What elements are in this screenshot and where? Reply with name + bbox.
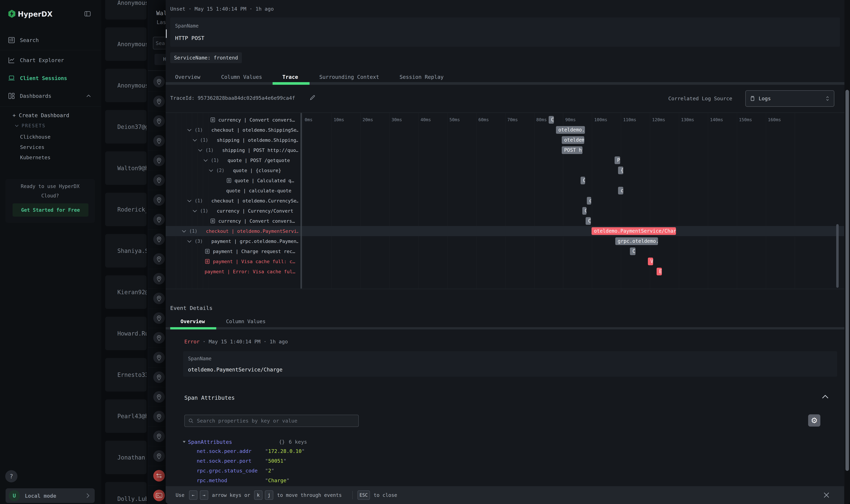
session-list-item[interactable]: Ernesto33@ bbox=[105, 358, 146, 392]
session-event-row[interactable] bbox=[148, 230, 166, 249]
chevron-down-icon[interactable] bbox=[209, 169, 214, 172]
location-event-marker[interactable] bbox=[153, 312, 165, 324]
location-event-marker[interactable] bbox=[153, 372, 165, 383]
location-event-marker[interactable] bbox=[153, 234, 165, 245]
session-event-row[interactable] bbox=[148, 466, 166, 486]
event-details-tab-column-values[interactable]: Column Values bbox=[226, 319, 266, 324]
tab-trace[interactable]: Trace bbox=[282, 74, 298, 80]
session-event-row[interactable] bbox=[148, 348, 166, 367]
trace-span-row[interactable]: (1)checkout | oteldemo.CurrencySe…otelde… bbox=[166, 196, 844, 206]
session-event-row[interactable] bbox=[148, 486, 166, 504]
waterfall-scrollbar[interactable] bbox=[836, 224, 839, 288]
trace-span-row[interactable]: (1)currency | Currency/ConvertCurrency/C… bbox=[166, 206, 844, 216]
session-event-row[interactable] bbox=[148, 407, 166, 427]
tab-session-replay[interactable]: Session Replay bbox=[400, 74, 444, 80]
location-event-marker[interactable] bbox=[153, 352, 165, 363]
get-started-button[interactable]: Get Started for Free bbox=[13, 203, 88, 217]
session-list-item[interactable]: Roderick_S bbox=[105, 193, 146, 226]
span-duration-bar[interactable]: calculate-quote bbox=[618, 187, 623, 195]
attribute-row[interactable]: net.sock.peer.addr"172.28.0.10" bbox=[197, 448, 252, 456]
trace-span-row[interactable]: (1)shipping | oteldemo.Shipping…oteldemo… bbox=[166, 135, 844, 145]
trace-span-row[interactable]: (1)shipping | POST http://quo…POST http:… bbox=[166, 145, 844, 155]
sidebar-item-dashboards[interactable]: Dashboards bbox=[0, 88, 101, 104]
scrollbar-thumb[interactable] bbox=[846, 90, 849, 471]
attribute-row[interactable]: rpc.method"Charge" bbox=[197, 478, 227, 485]
chevron-down-icon[interactable] bbox=[187, 240, 192, 243]
trace-span-row[interactable]: currency | Convert convers…Convert conve… bbox=[166, 115, 844, 125]
chevron-down-icon[interactable] bbox=[192, 139, 197, 142]
session-list-item[interactable]: Anonymous bbox=[105, 28, 146, 61]
hyperdx-logo-icon[interactable] bbox=[8, 10, 16, 18]
tab-surrounding-context[interactable]: Surrounding Context bbox=[319, 74, 379, 80]
session-event-row[interactable] bbox=[148, 308, 166, 328]
attribute-key[interactable]: rpc.grpc.status_code bbox=[197, 468, 258, 474]
location-event-marker[interactable] bbox=[153, 253, 165, 265]
session-event-row[interactable] bbox=[148, 427, 166, 446]
chevron-down-icon[interactable] bbox=[198, 149, 203, 152]
span-duration-bar[interactable]: oteldemo.CurrencyService/Convert bbox=[587, 197, 591, 204]
session-list-item[interactable]: Howard.Run bbox=[105, 317, 146, 350]
session-event-row[interactable] bbox=[148, 269, 166, 289]
location-event-marker[interactable] bbox=[153, 155, 165, 166]
session-event-row[interactable] bbox=[148, 387, 166, 407]
trace-span-row[interactable]: payment | Error: Visa cache ful…Error: V… bbox=[166, 267, 844, 276]
span-duration-bar[interactable]: grpc.oteldemo.PaymentService/Charge bbox=[615, 237, 658, 245]
attribute-key[interactable]: net.sock.peer.port bbox=[197, 458, 252, 464]
location-event-marker[interactable] bbox=[153, 293, 165, 304]
session-list-item[interactable]: Dolly.Lubo bbox=[105, 482, 146, 504]
network-event-marker[interactable] bbox=[153, 470, 165, 482]
chevron-down-icon[interactable] bbox=[192, 210, 197, 213]
close-icon[interactable] bbox=[822, 491, 830, 499]
trace-span-row[interactable]: (1)checkout | oteldemo.ShippingSe…otelde… bbox=[166, 125, 844, 135]
sidebar-item-chart-explorer[interactable]: Chart Explorer bbox=[0, 53, 101, 68]
trace-span-row[interactable]: (2)quote | {closure}{closure} bbox=[166, 165, 844, 176]
trace-span-row[interactable]: (3)payment | grpc.oteldemo.Paymen…grpc.o… bbox=[166, 236, 844, 246]
session-event-row[interactable] bbox=[148, 72, 166, 92]
attribute-value[interactable]: "50051" bbox=[265, 458, 286, 464]
session-event-row[interactable] bbox=[148, 92, 166, 111]
location-event-marker[interactable] bbox=[153, 391, 165, 403]
presets-toggle[interactable]: PRESETS bbox=[15, 123, 46, 128]
session-event-row[interactable] bbox=[148, 151, 166, 170]
local-mode-menu[interactable]: U Local mode bbox=[5, 488, 95, 503]
span-duration-bar[interactable]: Convert conversion request bbox=[585, 217, 591, 225]
session-list-item[interactable]: Kieran92@h bbox=[105, 275, 146, 309]
attribute-key[interactable]: net.sock.peer.addr bbox=[197, 448, 252, 454]
span-duration-bar[interactable]: oteldemo.PaymentService/Charge bbox=[592, 227, 676, 235]
console-event-marker[interactable] bbox=[153, 490, 165, 501]
tree-chart-splitter[interactable] bbox=[301, 113, 302, 289]
location-event-marker[interactable] bbox=[153, 174, 165, 186]
session-list-item[interactable]: Deion37@gm bbox=[105, 110, 146, 144]
session-list-item[interactable]: Pearl43@ho bbox=[105, 399, 146, 433]
span-duration-bar[interactable]: Calculated quote bbox=[581, 177, 585, 184]
trace-span-row[interactable]: currency | Convert convers…Convert conve… bbox=[166, 216, 844, 226]
location-event-marker[interactable] bbox=[153, 411, 165, 422]
span-duration-bar[interactable]: Currency/Convert bbox=[582, 207, 586, 215]
attributes-search-input[interactable]: Search properties by key or value bbox=[184, 415, 359, 427]
chevron-down-icon[interactable] bbox=[203, 159, 208, 162]
trace-span-row[interactable]: (1)checkout | oteldemo.PaymentServi…otel… bbox=[166, 226, 844, 236]
trace-span-row[interactable]: payment | Visa cache full: c…Visa cache … bbox=[166, 256, 844, 267]
span-duration-bar[interactable]: oteldemo.ShippingService/GetQuote bbox=[556, 126, 585, 134]
session-event-row[interactable] bbox=[148, 131, 166, 151]
location-event-marker[interactable] bbox=[153, 135, 165, 146]
chevron-down-icon[interactable] bbox=[182, 230, 186, 233]
span-duration-bar[interactable]: Visa cache full bbox=[648, 257, 653, 265]
collapse-sidebar-icon[interactable] bbox=[84, 10, 91, 17]
sidebar-preset-clickhouse[interactable]: Clickhouse bbox=[20, 134, 51, 140]
create-dashboard-button[interactable]: + Create Dashboard bbox=[13, 112, 69, 119]
trace-span-row[interactable]: quote | calculate-quotecalculate-quote bbox=[166, 185, 844, 196]
tab-column-values[interactable]: Column Values bbox=[221, 74, 262, 80]
trace-span-row[interactable]: (1)quote | POST /getquotePOST /getquote bbox=[166, 155, 844, 165]
location-event-marker[interactable] bbox=[153, 450, 165, 462]
attribute-value[interactable]: "172.28.0.10" bbox=[265, 448, 305, 454]
trace-span-row[interactable]: payment | Charge request rec…Charge requ… bbox=[166, 246, 844, 256]
session-event-row[interactable] bbox=[148, 210, 166, 230]
span-duration-bar[interactable]: POST /getquote bbox=[615, 157, 620, 164]
session-event-row[interactable] bbox=[148, 446, 166, 466]
session-panel-button[interactable]: H bbox=[155, 54, 166, 65]
attributes-settings-button[interactable]: ⚙ bbox=[808, 414, 820, 427]
session-search-input[interactable]: Search bbox=[153, 37, 166, 49]
session-event-row[interactable] bbox=[148, 190, 166, 210]
session-event-row[interactable] bbox=[148, 328, 166, 348]
